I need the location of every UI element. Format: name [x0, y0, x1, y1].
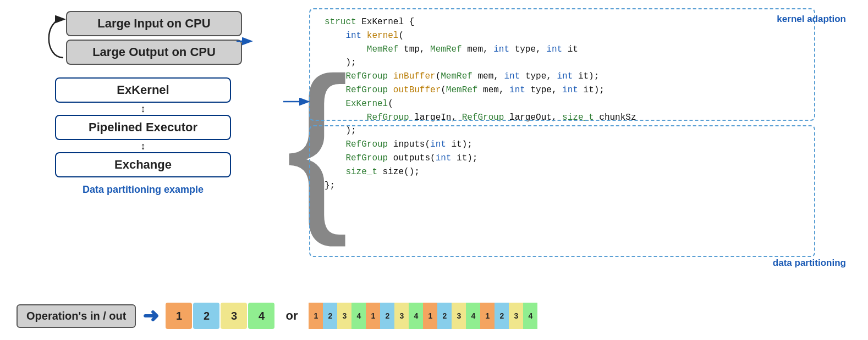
code-line-6: ExKernel(	[325, 97, 851, 111]
code-line-12: };	[325, 179, 851, 193]
code-line-9: RefGroup inputs(int it);	[325, 138, 851, 152]
code-line-8: );	[325, 124, 851, 138]
code-block: struct ExKernel { int kernel( MemRef tmp…	[325, 15, 851, 192]
arrow-right-icon: ➜	[142, 306, 159, 326]
code-line-4: RefGroup inBuffer(MemRef mem, int type, …	[325, 70, 851, 83]
loop-arrow-svg	[39, 8, 69, 69]
code-line-10: RefGroup outputs(int it);	[325, 152, 851, 165]
main-container: Large Input on CPU Large Output on CPU	[0, 0, 868, 340]
exkernel-box: ExKernel	[55, 77, 231, 103]
code-line-0: struct ExKernel {	[325, 15, 851, 29]
double-arrow-2: ↕	[141, 141, 146, 151]
pipelined-box: Pipelined Executor	[55, 115, 231, 140]
code-line-3: );	[325, 56, 851, 70]
chunk-4: 4	[248, 303, 274, 329]
ops-box: Operation's in / out	[17, 304, 136, 328]
flow-boxes: ExKernel ↕ Pipelined Executor ↕ Exchange	[55, 77, 231, 177]
cpu-output-box: Large Output on CPU	[66, 40, 242, 65]
code-line-11: size_t size();	[325, 165, 851, 179]
double-arrow-1: ↕	[141, 104, 146, 114]
left-panel: Large Input on CPU Large Output on CPU	[11, 5, 275, 335]
data-partitioning-example-label: Data partitioning example	[83, 184, 204, 196]
right-panel: { struct ExKernel { int kernel( MemRef t…	[286, 5, 857, 335]
kernel-adaption-label: kernel adaption	[777, 14, 846, 25]
exchange-box: Exchange	[55, 152, 231, 177]
chunks-container: 1 2 3 4	[166, 303, 274, 329]
code-line-1: int kernel(	[325, 29, 851, 43]
code-line-7: RefGroup largeIn, RefGroup largeOut, siz…	[325, 111, 851, 125]
bottom-section: Operation's in / out ➜ 1 2 3 4 or 1 2 3 …	[11, 303, 275, 329]
chunk-3: 3	[221, 303, 247, 329]
data-partitioning-label: data partitioning	[773, 258, 846, 269]
output-to-exkernel-arrow	[237, 33, 253, 49]
left-to-code-arrow	[283, 91, 311, 113]
chunk-2: 2	[193, 303, 219, 329]
chunk-1: 1	[166, 303, 192, 329]
cpu-input-box: Large Input on CPU	[66, 11, 242, 36]
code-line-5: RefGroup outBuffer(MemRef mem, int type,…	[325, 83, 851, 97]
code-line-2: MemRef tmp, MemRef mem, int type, int it	[325, 43, 851, 57]
